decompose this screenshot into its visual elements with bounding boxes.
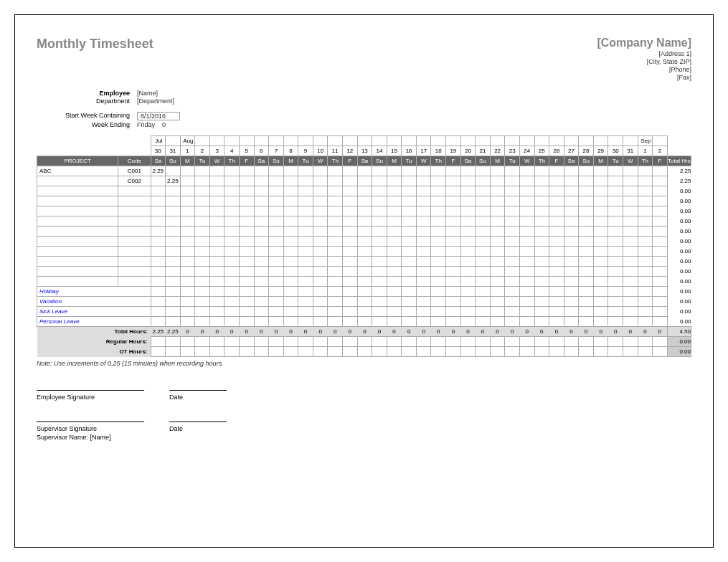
hours-cell[interactable] bbox=[549, 196, 564, 206]
hours-cell[interactable] bbox=[328, 166, 343, 176]
sup-sig-line[interactable] bbox=[37, 422, 144, 422]
hours-cell[interactable] bbox=[209, 166, 224, 176]
hours-cell[interactable] bbox=[623, 297, 638, 307]
hours-cell[interactable] bbox=[224, 176, 240, 186]
hours-cell[interactable] bbox=[180, 267, 195, 277]
hours-cell[interactable] bbox=[564, 307, 579, 317]
hours-cell[interactable] bbox=[313, 267, 328, 277]
hours-cell[interactable] bbox=[638, 196, 653, 206]
hours-cell[interactable] bbox=[313, 227, 328, 237]
hours-cell[interactable] bbox=[416, 186, 431, 196]
hours-cell[interactable] bbox=[431, 317, 446, 327]
sup-name-value[interactable]: [Name] bbox=[90, 434, 111, 441]
hours-cell[interactable] bbox=[328, 307, 343, 317]
hours-cell[interactable] bbox=[638, 317, 653, 327]
hours-cell[interactable] bbox=[269, 237, 284, 247]
hours-cell[interactable] bbox=[638, 267, 653, 277]
hours-cell[interactable] bbox=[343, 227, 358, 237]
hours-cell[interactable] bbox=[402, 287, 417, 297]
hours-cell[interactable] bbox=[239, 186, 254, 196]
hours-cell[interactable] bbox=[431, 277, 446, 287]
hours-cell[interactable] bbox=[180, 297, 195, 307]
hours-cell[interactable] bbox=[446, 206, 461, 216]
hours-cell[interactable] bbox=[476, 237, 491, 247]
hours-cell[interactable] bbox=[254, 206, 269, 216]
hours-cell[interactable] bbox=[505, 227, 520, 237]
hours-cell[interactable] bbox=[151, 297, 166, 307]
project-cell[interactable]: ABC bbox=[37, 166, 118, 176]
hours-cell[interactable] bbox=[490, 227, 505, 237]
hours-cell[interactable] bbox=[180, 166, 195, 176]
hours-cell[interactable] bbox=[269, 176, 284, 186]
hours-cell[interactable] bbox=[224, 186, 240, 196]
hours-cell[interactable] bbox=[328, 267, 343, 277]
hours-cell[interactable] bbox=[357, 337, 372, 347]
hours-cell[interactable] bbox=[476, 307, 491, 317]
hours-cell[interactable] bbox=[343, 237, 358, 247]
hours-cell[interactable] bbox=[254, 307, 269, 317]
hours-cell[interactable] bbox=[224, 287, 240, 297]
hours-cell[interactable] bbox=[653, 216, 668, 227]
hours-cell[interactable] bbox=[328, 216, 343, 227]
hours-cell[interactable] bbox=[638, 166, 653, 176]
hours-cell[interactable] bbox=[239, 247, 254, 257]
hours-cell[interactable] bbox=[209, 267, 224, 277]
hours-cell[interactable] bbox=[431, 347, 446, 357]
hours-cell[interactable] bbox=[224, 196, 240, 206]
hours-cell[interactable] bbox=[357, 277, 372, 287]
hours-cell[interactable] bbox=[519, 337, 534, 347]
hours-cell[interactable] bbox=[180, 277, 195, 287]
hours-cell[interactable] bbox=[387, 297, 402, 307]
hours-cell[interactable] bbox=[387, 307, 402, 317]
hours-cell[interactable] bbox=[416, 227, 431, 237]
hours-cell[interactable] bbox=[166, 216, 181, 227]
hours-cell[interactable] bbox=[534, 267, 549, 277]
hours-cell[interactable] bbox=[505, 186, 520, 196]
hours-cell[interactable] bbox=[166, 307, 181, 317]
hours-cell[interactable] bbox=[328, 297, 343, 307]
hours-cell[interactable] bbox=[313, 216, 328, 227]
hours-cell[interactable] bbox=[431, 267, 446, 277]
hours-cell[interactable] bbox=[579, 347, 594, 357]
hours-cell[interactable] bbox=[564, 176, 579, 186]
hours-cell[interactable] bbox=[608, 176, 623, 186]
hours-cell[interactable] bbox=[328, 196, 343, 206]
hours-cell[interactable] bbox=[269, 257, 284, 267]
code-cell[interactable]: C002 bbox=[118, 176, 151, 186]
hours-cell[interactable] bbox=[505, 196, 520, 206]
hours-cell[interactable] bbox=[269, 216, 284, 227]
hours-cell[interactable] bbox=[224, 267, 240, 277]
hours-cell[interactable] bbox=[446, 277, 461, 287]
hours-cell[interactable] bbox=[195, 227, 210, 237]
hours-cell[interactable] bbox=[298, 216, 313, 227]
hours-cell[interactable] bbox=[564, 227, 579, 237]
hours-cell[interactable] bbox=[564, 196, 579, 206]
hours-cell[interactable] bbox=[313, 287, 328, 297]
hours-cell[interactable] bbox=[357, 186, 372, 196]
hours-cell[interactable] bbox=[269, 337, 284, 347]
hours-cell[interactable] bbox=[519, 196, 534, 206]
hours-cell[interactable] bbox=[446, 227, 461, 237]
hours-cell[interactable] bbox=[608, 216, 623, 227]
hours-cell[interactable] bbox=[460, 237, 476, 247]
hours-cell[interactable] bbox=[623, 287, 638, 297]
hours-cell[interactable] bbox=[298, 237, 313, 247]
hours-cell[interactable]: 2.25 bbox=[166, 176, 181, 186]
hours-cell[interactable] bbox=[579, 317, 594, 327]
hours-cell[interactable] bbox=[209, 206, 224, 216]
hours-cell[interactable] bbox=[490, 287, 505, 297]
hours-cell[interactable] bbox=[638, 277, 653, 287]
hours-cell[interactable] bbox=[653, 237, 668, 247]
hours-cell[interactable] bbox=[195, 257, 210, 267]
hours-cell[interactable] bbox=[549, 186, 564, 196]
hours-cell[interactable] bbox=[372, 337, 387, 347]
hours-cell[interactable] bbox=[460, 196, 476, 206]
hours-cell[interactable] bbox=[416, 307, 431, 317]
hours-cell[interactable] bbox=[549, 307, 564, 317]
hours-cell[interactable] bbox=[313, 257, 328, 267]
hours-cell[interactable] bbox=[283, 317, 298, 327]
hours-cell[interactable] bbox=[343, 176, 358, 186]
hours-cell[interactable] bbox=[608, 206, 623, 216]
hours-cell[interactable] bbox=[549, 267, 564, 277]
hours-cell[interactable] bbox=[431, 297, 446, 307]
